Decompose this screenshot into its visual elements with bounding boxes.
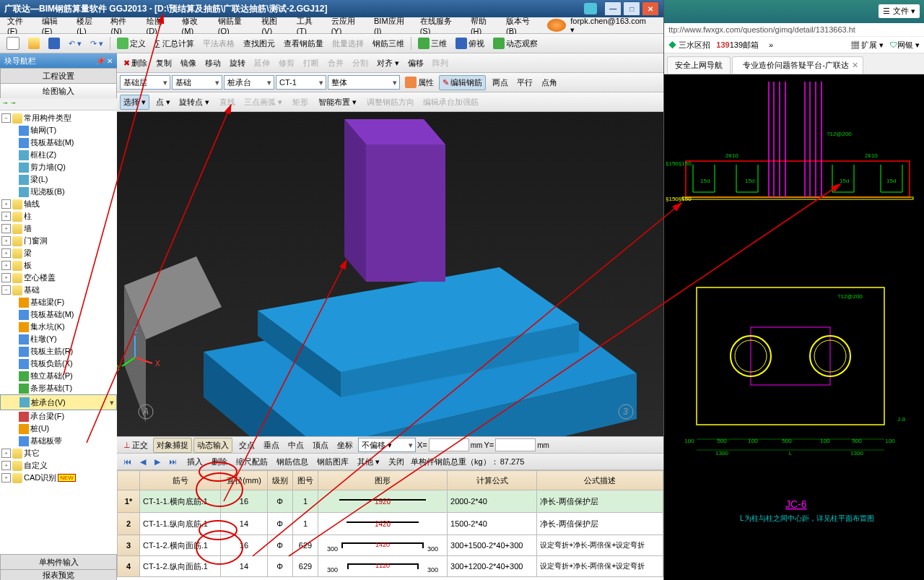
tree-slabband[interactable]: 基础板带 [30, 436, 62, 446]
ptangle-button[interactable]: 点角 [538, 75, 561, 90]
dyninput-toggle[interactable]: 动态输入 [193, 438, 232, 453]
tree-del-icon[interactable]: ╼ [9, 99, 15, 107]
table-row[interactable]: 1*CT-1-1.横向底筋.116Φ1 1920 2000-2*40净长-两倍保… [118, 490, 663, 513]
delrow-button[interactable]: 删除 [208, 454, 231, 469]
arc-tool[interactable]: 三点画弧 ▾ [240, 95, 286, 110]
tree-opening[interactable]: 门窗洞 [24, 235, 48, 246]
menu-floor[interactable]: 楼层(L) [72, 14, 106, 37]
lib-button[interactable]: 钢筋图库 [313, 454, 352, 469]
adjdir-tool[interactable]: 调整钢筋方向 [363, 95, 418, 110]
trim-button[interactable]: 修剪 [275, 56, 298, 71]
copy-button[interactable]: 复制 [152, 56, 175, 71]
extend-button[interactable]: 延伸 [250, 56, 274, 71]
tree-raftmain[interactable]: 筏板主筋(R) [30, 346, 73, 357]
col-picnum[interactable]: 图号 [292, 471, 318, 490]
mirror-button[interactable]: 镜像 [177, 56, 200, 71]
tree-beam[interactable]: 梁(L) [30, 174, 48, 185]
menu-view[interactable]: 视图(V) [257, 14, 292, 37]
tree-other[interactable]: 其它 [24, 448, 40, 459]
tree-custom[interactable]: 自定义 [24, 460, 48, 471]
point-tool[interactable]: 点 ▾ [152, 95, 174, 110]
nav-tab-report[interactable]: 报表预览 [0, 569, 117, 580]
bookmark-1[interactable]: ◆ 三水区招 [668, 40, 710, 51]
tree-raft[interactable]: 筏板基础(M) [30, 137, 74, 148]
address-bar[interactable]: ttp://www.fwxgx.com/question/gimq/detail… [664, 23, 924, 37]
tree-wall[interactable]: 剪力墙(Q) [30, 162, 66, 173]
floor-select[interactable]: 基础层 [120, 75, 170, 90]
nav-prev[interactable]: ◀ [136, 455, 149, 469]
col-desc[interactable]: 公式描述 [537, 471, 663, 490]
close-button[interactable]: ✕ [642, 1, 659, 16]
user-account[interactable]: forpk.chen@163.com ▾ [566, 15, 656, 36]
cad-drawing[interactable]: 15d15d 15d15d 2¢102¢10 ?12@200 §156§150 … [664, 74, 924, 580]
tree-foundation[interactable]: 基础 [24, 285, 40, 295]
menu-online[interactable]: 在线服务(S) [416, 14, 466, 37]
scale-button[interactable]: 缩尺配筋 [232, 454, 271, 469]
tree-col[interactable]: 框柱(Z) [30, 150, 56, 160]
snap-intersect[interactable]: 交点 [235, 438, 258, 453]
ext-menu[interactable]: ▦ 扩展 ▾ [851, 40, 884, 51]
tree-pile[interactable]: 桩(U) [30, 423, 49, 434]
component-tree[interactable]: −常用构件类型 轴网(T) 筏板基础(M) 框柱(Z) 剪力墙(Q) 梁(L) … [0, 111, 117, 554]
maximize-button[interactable]: □ [623, 1, 640, 16]
offset-button[interactable]: 偏移 [404, 56, 427, 71]
define-button[interactable]: 定义 [113, 35, 149, 51]
menu-bim[interactable]: BIM应用(I) [370, 14, 416, 37]
ctname-select[interactable]: CT-1 [276, 75, 326, 90]
view-top-button[interactable]: 俯视 [452, 35, 488, 51]
menu-version[interactable]: 版本号(B) [502, 14, 544, 37]
rebar-3d-button[interactable]: 钢筋三维 [369, 36, 408, 51]
tree-raftneg[interactable]: 筏板负筋(X) [30, 358, 73, 369]
x-input[interactable] [429, 438, 469, 451]
sum-calc-button[interactable]: ∑ 汇总计算 [151, 36, 198, 51]
ortho-toggle[interactable]: ⊥正交 [120, 438, 152, 453]
tree-sump[interactable]: 集水坑(K) [30, 321, 65, 332]
orange-dot-icon[interactable] [547, 19, 566, 32]
tree-jcraft[interactable]: 筏板基础(M) [30, 309, 74, 320]
col-calc[interactable]: 计算公式 [448, 471, 537, 490]
tree-hollow[interactable]: 空心楼盖 [24, 272, 56, 283]
view-3d-button[interactable]: 三维 [414, 35, 450, 51]
tab-safenav[interactable]: 安全上网导航 [667, 56, 731, 74]
open-button[interactable] [25, 35, 43, 51]
twopoint-button[interactable]: 两点 [489, 75, 512, 90]
menu-help[interactable]: 帮助(H) [466, 14, 502, 37]
tree-add-icon[interactable]: ╼ [0, 99, 7, 107]
tree-jcbeam[interactable]: 基础梁(F) [30, 297, 64, 308]
snap-vertex[interactable]: 顶点 [309, 438, 332, 453]
parallel-button[interactable]: 平行 [513, 75, 536, 90]
menu-edit[interactable]: 编辑(E) [38, 14, 72, 37]
col-shape[interactable]: 图形 [318, 471, 448, 490]
osnap-toggle[interactable]: 对象捕捉 [153, 438, 192, 453]
rect-tool[interactable]: 矩形 [289, 95, 312, 110]
menu-cloud[interactable]: 云应用(Y) [327, 14, 370, 37]
tree-pier[interactable]: 柱墩(Y) [30, 334, 57, 345]
tree-slab2[interactable]: 板 [24, 260, 32, 271]
close-grid-button[interactable]: 关闭 [385, 454, 408, 469]
nav-tab-single[interactable]: 单构件输入 [0, 554, 117, 569]
tree-root[interactable]: 常用构件类型 [24, 113, 71, 124]
y-input[interactable] [495, 438, 536, 451]
snap-perp[interactable]: 垂点 [260, 438, 283, 453]
menu-modify[interactable]: 修改(M) [178, 14, 214, 37]
browser-files-menu[interactable]: ☰ 文件 ▾ [879, 4, 920, 18]
nav-first[interactable]: ⏮ [120, 455, 135, 468]
nav-tab-draw[interactable]: 绘图输入 [0, 83, 117, 98]
nav-last[interactable]: ⏭ [165, 455, 180, 468]
tab-fwxgx[interactable]: 专业造价问题答疑平台-广联达 ✕ [732, 56, 863, 74]
info-button[interactable]: 钢筋信息 [273, 454, 312, 469]
rotate-button[interactable]: 旋转 [226, 56, 249, 71]
insert-button[interactable]: 插入 [183, 454, 206, 469]
delete-button[interactable]: ✖删除 [120, 56, 151, 71]
nav-tab-project[interactable]: 工程设置 [0, 68, 117, 83]
menu-tools[interactable]: 工具(T) [292, 14, 327, 37]
offset-mode[interactable]: 不偏移 ▾ [358, 438, 416, 452]
move-button[interactable]: 移动 [201, 56, 225, 71]
tree-beam2[interactable]: 梁 [24, 248, 32, 259]
scope-select[interactable]: 整体 [328, 75, 400, 90]
snap-coord[interactable]: 坐标 [334, 438, 357, 453]
tree-slab[interactable]: 现浇板(B) [30, 186, 65, 197]
select-tool[interactable]: 选择 ▾ [120, 95, 149, 110]
nav-next[interactable]: ▶ [151, 455, 164, 469]
tree-cad[interactable]: CAD识别 [24, 472, 56, 483]
